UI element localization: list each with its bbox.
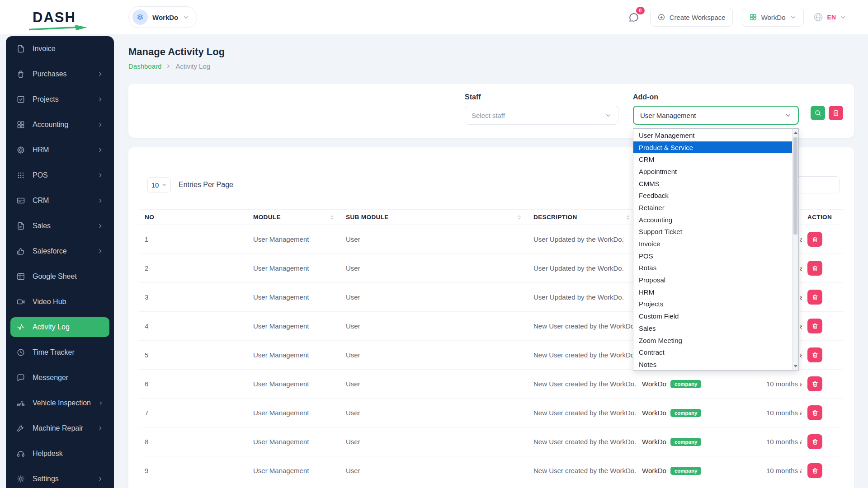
sidebar-item[interactable]: Projects xyxy=(10,89,109,109)
addon-dropdown-list: User Management Product & Service CRM Ap… xyxy=(633,129,792,370)
breadcrumb-dashboard-link[interactable]: Dashboard xyxy=(128,62,161,70)
sidebar-item[interactable]: Helpdesk xyxy=(10,444,109,464)
sidebar-item[interactable]: Machine Repair xyxy=(10,418,109,438)
staff-name: WorkDo xyxy=(642,438,666,446)
dropdown-option[interactable]: Accounting xyxy=(633,214,792,226)
dropdown-option[interactable]: Proposal xyxy=(633,274,792,286)
sidebar-item[interactable]: HRM xyxy=(10,140,109,160)
dropdown-option[interactable]: CRM xyxy=(633,153,792,165)
dropdown-option[interactable]: Projects xyxy=(633,298,792,310)
sort-icon[interactable] xyxy=(329,214,335,221)
sidebar-item-label: Helpdesk xyxy=(33,450,63,458)
app-logo[interactable]: DASH xyxy=(0,10,114,24)
top-header: DASH WorkDo 0 Create Workspace WorkDo EN xyxy=(0,0,868,34)
sidebar-item[interactable]: Salesforce xyxy=(10,241,109,261)
dropdown-option[interactable]: Sales xyxy=(633,322,792,334)
table-column-header[interactable]: DESCRIPTION xyxy=(528,210,637,225)
staff-cell: WorkDocompany xyxy=(637,427,761,456)
dropdown-option[interactable]: HRM xyxy=(633,286,792,298)
description-cell: New User created by the WorkDo. xyxy=(528,485,637,488)
row-number-cell: 7 xyxy=(139,399,248,427)
table-column-header[interactable]: NO xyxy=(139,210,248,225)
date-cell: 10 months ago xyxy=(761,485,802,488)
table-column-header[interactable]: SUB MODULE xyxy=(340,210,528,225)
delete-button[interactable] xyxy=(807,232,822,247)
sidebar-item[interactable]: Activity Log xyxy=(10,317,109,337)
language-selector[interactable]: EN xyxy=(813,12,846,23)
app-menu-label: WorkDo xyxy=(761,14,786,21)
delete-button[interactable] xyxy=(807,290,822,305)
sidebar-item[interactable]: Video Hub xyxy=(10,292,109,312)
sidebar-item-label: Google Sheet xyxy=(33,272,77,281)
staff-company-badge: company xyxy=(670,380,702,388)
delete-button[interactable] xyxy=(807,405,822,420)
chevron-right-icon xyxy=(97,223,104,229)
search-button[interactable] xyxy=(811,106,825,120)
dropdown-option[interactable]: Rotas xyxy=(633,262,792,274)
delete-button[interactable] xyxy=(807,434,822,449)
notifications-button[interactable]: 0 xyxy=(626,10,641,25)
delete-button[interactable] xyxy=(807,376,822,391)
sidebar-item[interactable]: Purchases xyxy=(10,64,109,84)
table-row: 10 User Management User New User created… xyxy=(139,485,843,488)
sort-icon[interactable] xyxy=(516,214,523,221)
addon-select[interactable]: User Management xyxy=(633,106,799,125)
app-menu-button[interactable]: WorkDo xyxy=(742,8,804,27)
staff-select[interactable]: Select staff xyxy=(465,106,618,125)
addon-select-value: User Management xyxy=(640,112,696,119)
delete-button[interactable] xyxy=(807,261,822,276)
staff-company-badge: company xyxy=(670,467,702,475)
language-code: EN xyxy=(827,14,836,21)
sidebar-item[interactable]: Messenger xyxy=(10,368,109,388)
row-number-cell: 9 xyxy=(139,456,248,485)
delete-button[interactable] xyxy=(807,347,822,362)
dropdown-option[interactable]: Appointment xyxy=(633,165,792,178)
table-column-header[interactable]: MODULE xyxy=(248,210,340,225)
sort-icon[interactable] xyxy=(625,214,631,221)
scroll-down-arrow-icon[interactable] xyxy=(793,363,798,370)
entries-per-page-select[interactable]: 10 xyxy=(147,177,171,192)
workspace-switcher[interactable]: WorkDo xyxy=(128,6,197,28)
dropdown-option[interactable]: Retainer xyxy=(633,202,792,214)
scroll-up-arrow-icon[interactable] xyxy=(793,129,798,136)
dropdown-option[interactable]: User Management xyxy=(633,129,792,141)
sidebar-item[interactable]: Accounting xyxy=(10,115,109,135)
sidebar-item[interactable]: Google Sheet xyxy=(10,267,109,286)
dropdown-option[interactable]: Custom Field xyxy=(633,310,792,322)
row-number-cell: 4 xyxy=(139,312,248,341)
reset-filter-button[interactable] xyxy=(829,106,843,120)
dropdown-option[interactable]: Product & Service xyxy=(633,141,792,154)
dropdown-option[interactable]: POS xyxy=(633,250,792,262)
sidebar-item-icon xyxy=(16,297,25,306)
delete-button[interactable] xyxy=(807,319,822,333)
sidebar-item[interactable]: Settings xyxy=(10,469,109,488)
sidebar-item[interactable]: Sales xyxy=(10,216,109,236)
sub-module-cell: User xyxy=(340,225,528,254)
trash-icon xyxy=(811,409,819,417)
description-cell: New User created by the WorkDo. xyxy=(528,427,637,456)
sub-module-cell: User xyxy=(340,399,528,427)
sidebar-item[interactable]: CRM xyxy=(10,191,109,211)
table-column-header[interactable]: ACTION xyxy=(802,210,843,225)
dropdown-option[interactable]: Notes xyxy=(633,358,792,371)
delete-button[interactable] xyxy=(807,463,822,478)
sidebar-item-label: Activity Log xyxy=(33,323,70,331)
dropdown-option[interactable]: Zoom Meeting xyxy=(633,334,792,347)
dropdown-option[interactable]: Support Ticket xyxy=(633,226,792,238)
dropdown-option[interactable]: Contract xyxy=(633,346,792,358)
dropdown-option[interactable]: Invoice xyxy=(633,238,792,250)
dropdown-option[interactable]: CMMS xyxy=(633,178,792,190)
table-row: 7 User Management User New User created … xyxy=(139,399,843,427)
sidebar-item[interactable]: Vehicle Inspection xyxy=(10,393,109,413)
scrollbar-thumb[interactable] xyxy=(793,137,797,235)
chevron-right-icon xyxy=(97,96,104,103)
action-cell xyxy=(802,399,843,427)
sidebar-item[interactable]: Time Tracker xyxy=(10,343,109,362)
column-label: MODULE xyxy=(253,214,281,221)
trash-icon xyxy=(811,236,819,243)
sidebar-item[interactable]: POS xyxy=(10,165,109,185)
dropdown-option[interactable]: Feedback xyxy=(633,189,792,202)
create-workspace-button[interactable]: Create Workspace xyxy=(650,8,733,27)
dropdown-scrollbar[interactable] xyxy=(792,129,798,370)
sidebar-item[interactable]: Invoice xyxy=(10,39,109,59)
